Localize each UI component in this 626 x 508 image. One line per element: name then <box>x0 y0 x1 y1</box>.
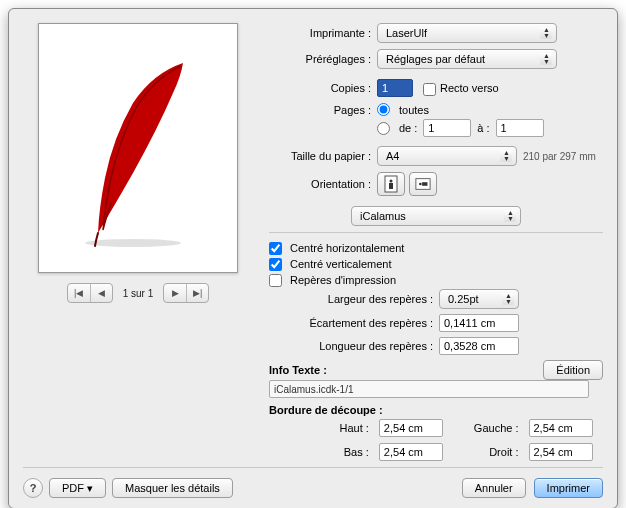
pager: |◀ ◀ 1 sur 1 ▶ ▶| <box>23 283 253 303</box>
recto-verso-checkbox[interactable] <box>423 83 436 96</box>
portrait-icon <box>383 175 399 193</box>
svg-point-0 <box>85 239 181 247</box>
page-from-input[interactable] <box>423 119 471 137</box>
pages-range-radio[interactable] <box>377 122 390 135</box>
pager-label: 1 sur 1 <box>119 288 158 299</box>
copies-input[interactable] <box>377 79 413 97</box>
paper-size-select[interactable]: A4 ▲▼ <box>377 146 517 166</box>
orientation-landscape-button[interactable] <box>409 172 437 196</box>
svg-rect-3 <box>389 183 393 189</box>
center-h-checkbox[interactable] <box>269 242 282 255</box>
print-button[interactable]: Imprimer <box>534 478 603 498</box>
print-dialog: |◀ ◀ 1 sur 1 ▶ ▶| Imprimante : LaserUlf … <box>8 8 618 508</box>
next-page-button[interactable]: ▶ <box>164 284 186 302</box>
paper-dim-hint: 210 par 297 mm <box>523 151 596 162</box>
mark-length-label: Longueur des repères : <box>269 340 439 352</box>
first-page-button[interactable]: |◀ <box>68 284 90 302</box>
footer-separator <box>23 467 603 468</box>
cancel-button[interactable]: Annuler <box>462 478 526 498</box>
separator <box>269 232 603 233</box>
last-page-button[interactable]: ▶| <box>186 284 208 302</box>
pages-label: Pages : <box>269 103 377 116</box>
presets-label: Préréglages : <box>269 53 377 65</box>
pages-all-radio[interactable] <box>377 103 390 116</box>
page-to-input[interactable] <box>496 119 544 137</box>
orientation-portrait-button[interactable] <box>377 172 405 196</box>
pdf-button[interactable]: PDF ▾ <box>49 478 106 498</box>
bleed-right-input[interactable] <box>529 443 593 461</box>
printer-select[interactable]: LaserUlf ▲▼ <box>377 23 557 43</box>
printer-label: Imprimante : <box>269 27 377 39</box>
mark-gap-label: Écartement des repères : <box>269 317 439 329</box>
bleed-top-input[interactable] <box>379 419 443 437</box>
presets-select[interactable]: Réglages par défaut ▲▼ <box>377 49 557 69</box>
svg-point-2 <box>390 180 393 183</box>
feather-image <box>63 48 213 248</box>
edit-button[interactable]: Édition <box>543 360 603 380</box>
orientation-label: Orientation : <box>269 178 377 190</box>
landscape-icon <box>415 175 431 193</box>
print-preview <box>38 23 238 273</box>
bleed-left-input[interactable] <box>529 419 593 437</box>
help-button[interactable]: ? <box>23 478 43 498</box>
mark-length-input[interactable] <box>439 337 519 355</box>
svg-point-5 <box>419 183 422 186</box>
mark-width-label: Largeur des repères : <box>269 293 439 305</box>
print-marks-checkbox[interactable] <box>269 274 282 287</box>
copies-label: Copies : <box>269 82 377 94</box>
bleed-label: Bordure de découpe : <box>269 404 603 416</box>
bleed-bottom-input[interactable] <box>379 443 443 461</box>
paper-size-label: Taille du papier : <box>269 150 377 162</box>
mark-gap-input[interactable] <box>439 314 519 332</box>
info-text-value: iCalamus.icdk-1/1 <box>269 380 589 398</box>
app-options-select[interactable]: iCalamus ▲▼ <box>351 206 521 226</box>
mark-width-select[interactable]: 0.25pt ▲▼ <box>439 289 519 309</box>
recto-verso-option[interactable]: Recto verso <box>423 82 499 95</box>
hide-details-button[interactable]: Masquer les détails <box>112 478 233 498</box>
center-v-checkbox[interactable] <box>269 258 282 271</box>
svg-rect-6 <box>422 182 427 186</box>
info-text-label: Info Texte : <box>269 364 327 376</box>
prev-page-button[interactable]: ◀ <box>90 284 112 302</box>
